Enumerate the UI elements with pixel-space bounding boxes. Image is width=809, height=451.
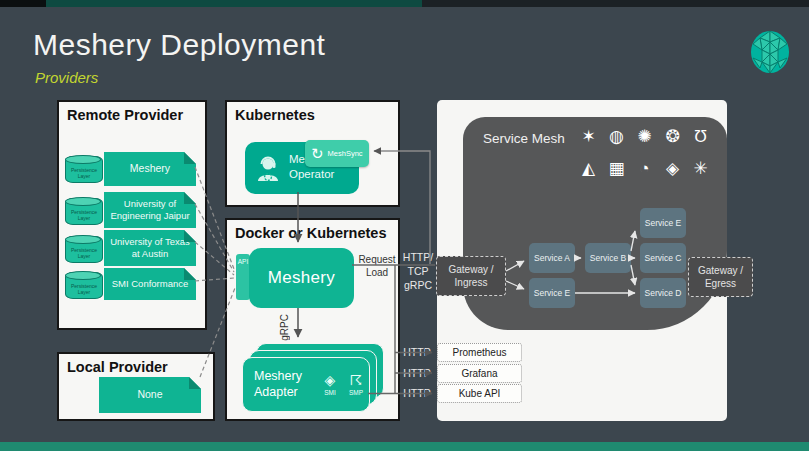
page-title: Meshery Deployment bbox=[33, 28, 325, 62]
remote-item-jaipur: University of Engineering Jaipur bbox=[104, 192, 196, 228]
remote-item-label: Meshery bbox=[127, 162, 173, 175]
smi-glyph: ◈ bbox=[325, 373, 336, 388]
fold-corner bbox=[184, 152, 196, 164]
http-label-prometheus: HTTP bbox=[400, 346, 434, 358]
service-mesh-logo-icon: ✺ bbox=[631, 123, 658, 150]
gateway-egress-box: Gateway / Egress bbox=[688, 257, 753, 297]
meshery-logo-icon bbox=[750, 30, 790, 74]
docker-kubernetes-panel: Docker or Kubernetes API Meshery Request… bbox=[225, 218, 400, 421]
grafana-box: Grafana bbox=[437, 364, 522, 383]
prometheus-box: Prometheus bbox=[437, 343, 522, 362]
service-mesh-logo-icon: ❂ bbox=[659, 123, 686, 150]
top-strip-teal bbox=[46, 0, 422, 7]
remote-item-label: University of Texas at Austin bbox=[104, 236, 196, 260]
protocol-line: gRPC bbox=[399, 278, 437, 292]
meshsync-tab: ↻ MeshSync bbox=[305, 140, 369, 167]
smp-glyph: ☈ bbox=[350, 373, 363, 388]
remote-provider-title: Remote Provider bbox=[67, 107, 183, 123]
persistence-db-label: Persistence Layer bbox=[66, 209, 102, 221]
service-mesh-panel: Service Mesh ✶ ◍ ✺ ❂ Ʊ ◭ ▦ ◔ ◈ ✳ Service… bbox=[463, 117, 727, 330]
request-load-label: Request Load bbox=[354, 253, 400, 279]
persistence-db-icon: Persistence Layer bbox=[65, 156, 103, 183]
service-mesh-logo-icon: ✶ bbox=[575, 123, 602, 150]
protocol-stack-label: HTTP/ TCP gRPC bbox=[399, 250, 437, 293]
persistence-db-icon: Persistence Layer bbox=[65, 198, 103, 225]
kubernetes-panel: Kubernetes Meshery Operator ↻ MeshSync bbox=[225, 100, 400, 207]
fold-corner bbox=[184, 268, 196, 280]
service-node-e-left: Service E bbox=[529, 278, 575, 308]
persistence-db-label: Persistence Layer bbox=[66, 247, 102, 259]
page-subtitle: Providers bbox=[35, 69, 98, 86]
meshery-adapter-box: Meshery Adapter ◈ SMI ☈ SMP bbox=[242, 357, 370, 412]
service-node-d: Service D bbox=[640, 278, 686, 308]
service-node-e-top: Service E bbox=[640, 208, 686, 238]
http-label-grafana: HTTP bbox=[400, 367, 434, 379]
top-strip-left bbox=[0, 0, 46, 7]
http-label-kube-api: HTTP bbox=[400, 387, 434, 399]
persistence-db-icon: Persistence Layer bbox=[65, 236, 103, 263]
service-mesh-logo-icon: ◈ bbox=[659, 155, 686, 182]
smi-icon: ◈ SMI bbox=[317, 373, 343, 396]
local-item-label: None bbox=[134, 388, 165, 401]
docker-kubernetes-title: Docker or Kubernetes bbox=[235, 225, 387, 241]
meshsync-label: MeshSync bbox=[328, 149, 363, 158]
fold-corner bbox=[189, 377, 201, 389]
bottom-accent-bar bbox=[0, 442, 809, 451]
fold-corner bbox=[184, 192, 196, 204]
grpc-label: gRPC bbox=[279, 314, 290, 341]
service-mesh-logo-icon: ◭ bbox=[575, 155, 602, 182]
local-provider-panel: Local Provider None bbox=[57, 352, 215, 421]
meshsync-icon: ↻ bbox=[311, 146, 324, 161]
top-strip-right bbox=[422, 0, 809, 7]
kube-api-box: Kube API bbox=[437, 384, 522, 403]
meshery-core-label: Meshery bbox=[268, 268, 335, 288]
service-node-c: Service C bbox=[640, 243, 686, 273]
protocol-line: HTTP/ bbox=[399, 250, 437, 264]
remote-item-meshery: Meshery bbox=[104, 152, 196, 186]
service-mesh-logo-icon: ◍ bbox=[603, 123, 630, 150]
service-mesh-logo-icon: ◔ bbox=[631, 155, 658, 182]
local-item-none: None bbox=[99, 377, 201, 413]
remote-item-smi: SMI Conformance bbox=[104, 268, 196, 300]
api-tab: API bbox=[236, 254, 250, 300]
meshery-core-box: Meshery bbox=[249, 248, 354, 308]
persistence-db-label: Persistence Layer bbox=[66, 283, 102, 295]
service-mesh-logo-icon: ▦ bbox=[603, 155, 630, 182]
service-mesh-logo-icon: ✳ bbox=[687, 155, 714, 182]
remote-provider-panel: Remote Provider Persistence Layer Mesher… bbox=[57, 100, 207, 330]
smp-label: SMP bbox=[349, 389, 363, 396]
service-node-b: Service B bbox=[585, 243, 631, 273]
service-mesh-logo-icon: Ʊ bbox=[687, 123, 714, 150]
adapter-label: Meshery Adapter bbox=[243, 369, 317, 400]
smp-icon: ☈ SMP bbox=[343, 373, 369, 396]
persistence-db-label: Persistence Layer bbox=[66, 167, 102, 179]
fold-corner bbox=[184, 230, 196, 242]
service-mesh-title: Service Mesh bbox=[483, 131, 565, 146]
local-provider-title: Local Provider bbox=[67, 359, 168, 375]
service-node-a: Service A bbox=[529, 243, 575, 273]
smi-label: SMI bbox=[324, 389, 336, 396]
remote-item-label: University of Engineering Jaipur bbox=[104, 198, 196, 222]
remote-item-label: SMI Conformance bbox=[109, 278, 192, 290]
slide-canvas: Meshery Deployment Providers Remote Prov… bbox=[0, 0, 809, 451]
operator-icon bbox=[253, 155, 283, 183]
protocol-line: TCP bbox=[399, 264, 437, 278]
persistence-db-icon: Persistence Layer bbox=[65, 272, 103, 299]
kubernetes-title: Kubernetes bbox=[235, 107, 315, 123]
remote-item-austin: University of Texas at Austin bbox=[104, 230, 196, 266]
gateway-ingress-box: Gateway / Ingress bbox=[436, 256, 506, 296]
